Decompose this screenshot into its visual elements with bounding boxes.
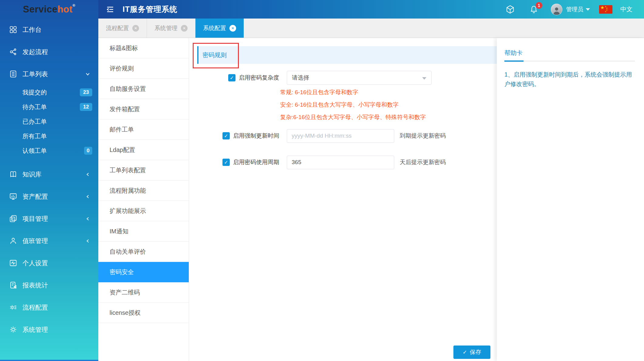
sidebar-item-personal-settings[interactable]: 个人设置	[0, 252, 98, 274]
tab-close-icon[interactable]: ✕	[132, 25, 139, 32]
submenu-item-ticket-list-config[interactable]: 工单列表配置	[98, 160, 189, 180]
gear-lines-icon	[9, 303, 17, 311]
topbar: IT服务管理系统 1 管理员 ★ ★ ★ ★ ★ 中文	[98, 0, 644, 19]
submenu-item-rating-rules[interactable]: 评价规则	[98, 58, 189, 79]
count-badge: 12	[80, 103, 92, 111]
password-cycle-input[interactable]	[287, 156, 394, 169]
sidebar-item-system-mgmt[interactable]: 系统管理	[0, 318, 98, 341]
complexity-hints: 常规: 6-16位且包含字母和数字 安全: 6-16位且包含大写字母、小写字母和…	[280, 86, 426, 123]
complexity-select[interactable]: 请选择	[287, 71, 432, 85]
submenu-item-license-auth[interactable]: license授权	[98, 303, 189, 323]
sidebar-item-label: 工单列表	[22, 70, 48, 78]
sidebar-item-label: 知识库	[22, 170, 42, 179]
password-cycle-checkbox[interactable]: ✓	[222, 159, 230, 166]
submenu-item-ldap-config[interactable]: Ldap配置	[98, 140, 189, 160]
submenu-item-password-security[interactable]: 密码安全	[98, 262, 189, 282]
count-badge: 23	[80, 88, 92, 96]
sidebar-sub-my-submitted[interactable]: 我提交的 23	[0, 85, 98, 100]
submenu-item-extended-features[interactable]: 扩展功能展示	[98, 201, 189, 221]
notification-bell-icon[interactable]: 1	[529, 5, 539, 14]
sidebar-item-label: 资产配置	[22, 192, 48, 201]
user-avatar[interactable]	[551, 4, 562, 15]
hint-complex: 复杂:6-16位且包含大写字母、小写字母、特殊符号和数字	[280, 111, 426, 123]
chevron-left-icon	[86, 239, 90, 243]
chevron-left-icon	[86, 216, 90, 221]
sidebar-item-label: 报表统计	[22, 281, 48, 290]
count-badge: 0	[84, 147, 92, 155]
username-dropdown[interactable]: 管理员	[566, 5, 583, 13]
tab-close-icon[interactable]: ✕	[181, 25, 188, 32]
list-doc-icon	[9, 70, 17, 78]
submenu-item-asset-qrcode[interactable]: 资产二维码	[98, 282, 189, 303]
settings-submenu: 标题&图标 评价规则 自助服务设置 发件箱配置 邮件工单 Ldap配置 工单列表…	[98, 38, 189, 361]
registered-mark: ®	[73, 3, 75, 8]
tab-system-config[interactable]: 系统配置 ✕	[195, 19, 244, 38]
sidebar-sub-all-tickets[interactable]: 所有工单	[0, 129, 98, 143]
sidebar-item-asset-config[interactable]: 资产配置	[0, 185, 98, 208]
chevron-down-icon	[85, 71, 90, 77]
sidebar-item-label: 工作台	[22, 26, 42, 34]
submenu-item-self-service[interactable]: 自助服务设置	[98, 79, 189, 99]
chevron-left-icon	[86, 172, 90, 177]
section-header-password-rules: 密码规则	[197, 46, 497, 64]
sidebar-item-flow-config[interactable]: 流程配置	[0, 296, 98, 318]
sidebar-item-ticket-list[interactable]: 工单列表	[0, 63, 98, 85]
submenu-item-im-notify[interactable]: IM通知	[98, 221, 189, 242]
force-update-time-input[interactable]	[287, 129, 394, 143]
tab-flow-config[interactable]: 流程配置 ✕	[98, 19, 147, 38]
main-content: 密码规则 ✓ 启用密码复杂度 请选择 常规: 6-16位且包含字母和数字 安全:…	[189, 38, 497, 361]
hint-secure: 安全: 6-16位且包含大写字母、小写字母和数字	[280, 98, 426, 111]
submenu-item-outbox-config[interactable]: 发件箱配置	[98, 99, 189, 119]
stacked-docs-icon	[9, 215, 17, 223]
submenu-item-email-ticket[interactable]: 邮件工单	[98, 119, 189, 140]
sidebar-spacer	[0, 158, 98, 163]
submenu-item-title-icon[interactable]: 标题&图标	[98, 38, 189, 58]
help-card-divider	[504, 61, 635, 61]
sidebar: Servicehot® 工作台 发起流程 工单列表 我提交的	[0, 0, 98, 361]
sidebar-sub-done-tickets[interactable]: 已办工单	[0, 114, 98, 129]
submenu-item-auto-close-rating[interactable]: 自动关单评价	[98, 242, 189, 262]
sidebar-sub-label: 所有工单	[22, 132, 47, 140]
enable-password-complexity-checkbox[interactable]: ✓	[228, 74, 236, 81]
brand-logo[interactable]: Servicehot®	[0, 0, 98, 19]
logo-text-dark: Service	[23, 4, 58, 15]
submenu-item-flow-attached[interactable]: 流程附属功能	[98, 180, 189, 201]
sidebar-item-label: 系统管理	[22, 325, 48, 334]
password-cycle-label: 启用密码使用周期	[233, 158, 279, 166]
china-flag-icon[interactable]: ★ ★ ★ ★ ★	[599, 5, 612, 14]
sidebar-sub-todo-tickets[interactable]: 待办工单 12	[0, 100, 98, 114]
save-button-label: 保存	[470, 348, 481, 356]
language-switcher[interactable]: 中文	[620, 5, 632, 13]
cube-icon[interactable]	[505, 5, 515, 14]
sidebar-item-label: 值班管理	[22, 237, 48, 245]
sidebar-item-workbench[interactable]: 工作台	[0, 19, 98, 41]
sidebar-sub-label: 待办工单	[22, 103, 47, 111]
password-complexity-label: 启用密码复杂度	[239, 74, 279, 82]
monitor-chart-icon	[9, 192, 17, 201]
password-cycle-row: ✓ 启用密码使用周期 天后提示更新密码	[199, 155, 446, 169]
sidebar-item-duty-mgmt[interactable]: 值班管理	[0, 230, 98, 252]
caret-down-icon[interactable]	[586, 8, 590, 11]
pulse-monitor-icon	[9, 259, 17, 267]
password-cycle-suffix: 天后提示更新密码	[400, 158, 446, 166]
sidebar-item-label: 流程配置	[22, 303, 48, 312]
force-update-time-checkbox[interactable]: ✓	[222, 132, 230, 139]
save-button[interactable]: ✓ 保存	[453, 346, 490, 359]
gear-icon	[9, 325, 17, 334]
sidebar-item-project-mgmt[interactable]: 项目管理	[0, 208, 98, 230]
tab-bar: 流程配置 ✕ 系统管理 ✕ 系统配置 ✕	[98, 19, 644, 38]
help-card-body: 1、启用强制更新时间到期后，系统会强制提示用户修改密码。	[504, 70, 635, 89]
sidebar-item-knowledge-base[interactable]: 知识库	[0, 163, 98, 185]
tab-close-icon[interactable]: ✕	[229, 25, 236, 32]
sidebar-bottom-bar	[0, 360, 98, 361]
sidebar-item-label: 项目管理	[22, 215, 48, 223]
collapse-menu-icon[interactable]	[105, 4, 115, 15]
sidebar-sub-claim-tickets[interactable]: 认领工单 0	[0, 143, 98, 158]
tab-label: 系统管理	[154, 24, 178, 32]
tab-system-mgmt[interactable]: 系统管理 ✕	[147, 19, 195, 38]
sidebar-sub-label: 我提交的	[22, 88, 47, 97]
sidebar-item-report-stats[interactable]: 报表统计	[0, 274, 98, 296]
force-update-time-row: ✓ 启用强制更新时间 到期提示更新密码	[199, 129, 446, 143]
sidebar-item-start-flow[interactable]: 发起流程	[0, 41, 98, 63]
check-icon: ✓	[463, 349, 467, 356]
